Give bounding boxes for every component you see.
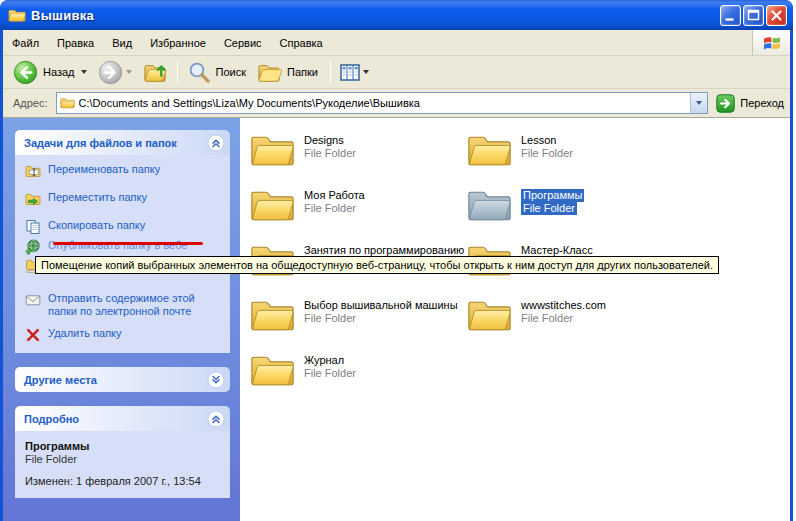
folder-name: Designs <box>304 134 356 147</box>
back-button[interactable]: Назад <box>9 58 94 87</box>
address-dropdown-button[interactable] <box>690 93 707 113</box>
forward-button[interactable] <box>94 58 139 87</box>
search-label: Поиск <box>216 66 246 78</box>
menu-item-help[interactable]: Справка <box>271 33 332 53</box>
folders-button[interactable]: Папки <box>253 58 325 86</box>
title-bar[interactable]: Вышивка <box>0 0 793 30</box>
panel-title: Подробно <box>24 413 79 425</box>
folder-icon <box>250 132 295 169</box>
views-button[interactable] <box>336 62 376 83</box>
folder-icon <box>467 297 512 334</box>
folder-tile-zhurnal[interactable]: Журнал File Folder <box>250 352 462 407</box>
chevron-up-icon[interactable] <box>207 410 225 428</box>
panel-details-body: Программы File Folder Изменен: 1 февраля… <box>15 431 230 498</box>
forward-dropdown-caret-icon[interactable] <box>126 70 132 74</box>
go-label: Переход <box>740 97 784 109</box>
move-folder-icon <box>25 191 41 207</box>
search-button[interactable]: Поиск <box>183 58 253 86</box>
folder-selected-icon <box>467 187 512 224</box>
address-bar: Адрес: C:\Documents and Settings\Liza\My… <box>3 89 790 118</box>
panel-file-tasks-body: Переименовать папку Переместить папку <box>15 155 230 353</box>
panel-title: Другие места <box>24 374 97 386</box>
folder-tile-wwwstitches[interactable]: wwwstitches.com File Folder <box>467 297 679 352</box>
maximize-icon <box>744 6 763 25</box>
task-delete-folder[interactable]: Удалить папку <box>25 327 226 343</box>
menu-item-edit[interactable]: Правка <box>48 33 103 53</box>
menu-bar: Файл Правка Вид Избранное Сервис Справка <box>3 30 790 56</box>
menu-item-tools[interactable]: Сервис <box>215 33 271 53</box>
task-copy-folder[interactable]: Скопировать папку <box>25 219 226 235</box>
task-label[interactable]: Отправить содержимое этой папки по элект… <box>48 292 218 318</box>
folder-icon <box>467 132 512 169</box>
folder-icon <box>250 352 295 389</box>
panel-details: Подробно Программы File Folder Изменен: … <box>15 406 230 498</box>
folder-name: Lesson <box>521 134 573 147</box>
folder-name: Моя Работа <box>304 189 365 202</box>
close-button[interactable] <box>766 5 787 26</box>
back-label: Назад <box>43 66 75 78</box>
details-selected-type: File Folder <box>25 453 222 466</box>
chevron-up-icon[interactable] <box>207 134 225 152</box>
folder-type: File Folder <box>304 367 356 380</box>
menu-item-favorites[interactable]: Избранное <box>141 33 215 53</box>
chevron-down-icon[interactable] <box>207 371 225 389</box>
maximize-button[interactable] <box>743 5 764 26</box>
folder-tile-moya-rabota[interactable]: Моя Работа File Folder <box>250 187 462 242</box>
task-label[interactable]: Удалить папку <box>48 327 122 340</box>
back-dropdown-caret-icon[interactable] <box>81 70 87 74</box>
go-icon <box>716 94 735 113</box>
folder-tile-designs[interactable]: Designs File Folder <box>250 132 462 187</box>
windows-logo <box>752 30 790 55</box>
folder-type: File Folder <box>521 202 584 215</box>
folder-up-icon <box>143 60 168 84</box>
folder-tile-lesson[interactable]: Lesson File Folder <box>467 132 679 187</box>
go-button[interactable]: Переход <box>716 94 784 113</box>
file-list: Designs File Folder Lesson File Folder М… <box>240 118 790 521</box>
views-dropdown-caret-icon[interactable] <box>363 70 369 74</box>
folder-icon <box>60 97 75 109</box>
up-button[interactable] <box>139 58 172 86</box>
toolbar: Назад Поиск <box>3 56 790 89</box>
views-icon <box>340 64 360 81</box>
minimize-button[interactable] <box>720 5 741 26</box>
forward-icon <box>98 60 123 85</box>
task-label[interactable]: Скопировать папку <box>48 219 145 232</box>
folders-label: Папки <box>287 66 318 78</box>
annotation-underline <box>53 242 203 245</box>
address-label: Адрес: <box>13 97 48 109</box>
explorer-window: Вышивка Файл Правка Вид Избранное Сервис… <box>0 0 793 521</box>
folder-type: File Folder <box>304 147 356 160</box>
address-path[interactable]: C:\Documents and Settings\Liza\My Docume… <box>79 97 691 109</box>
address-input[interactable]: C:\Documents and Settings\Liza\My Docume… <box>56 92 709 114</box>
panel-file-tasks-header[interactable]: Задачи для файлов и папок <box>15 130 230 155</box>
task-rename-folder[interactable]: Переименовать папку <box>25 163 226 179</box>
task-pane: Задачи для файлов и папок Переименовать <box>3 118 240 521</box>
panel-other-places-header[interactable]: Другие места <box>15 367 230 392</box>
folder-icon <box>250 297 295 334</box>
folder-type: File Folder <box>304 202 365 215</box>
menu-item-file[interactable]: Файл <box>3 33 48 53</box>
minimize-icon <box>721 6 740 25</box>
toolbar-separator <box>177 60 178 84</box>
windows-flag-icon <box>762 33 782 53</box>
folder-tile-vybor-mashiny[interactable]: Выбор вышивальной машины File Folder <box>250 297 462 352</box>
folder-type: File Folder <box>521 147 573 160</box>
folders-icon <box>257 60 282 84</box>
panel-details-header[interactable]: Подробно <box>15 406 230 431</box>
search-icon <box>187 60 211 84</box>
task-move-folder[interactable]: Переместить папку <box>25 191 226 207</box>
delete-icon <box>25 327 41 343</box>
folder-icon <box>8 8 26 23</box>
task-label[interactable]: Переименовать папку <box>48 163 160 176</box>
back-icon <box>13 60 38 85</box>
address-dropdown-caret-icon <box>696 101 702 105</box>
panel-other-places: Другие места <box>15 367 230 392</box>
panel-title: Задачи для файлов и папок <box>24 137 177 149</box>
toolbar-separator <box>330 60 331 84</box>
task-label[interactable]: Опубликовать папку в вебе <box>48 239 187 252</box>
folder-tile-programmy-selected[interactable]: Программы File Folder <box>467 187 679 242</box>
task-email-folder[interactable]: Отправить содержимое этой папки по элект… <box>25 292 226 318</box>
folder-type: File Folder <box>304 312 458 325</box>
menu-item-view[interactable]: Вид <box>103 33 141 53</box>
task-label[interactable]: Переместить папку <box>48 191 147 204</box>
